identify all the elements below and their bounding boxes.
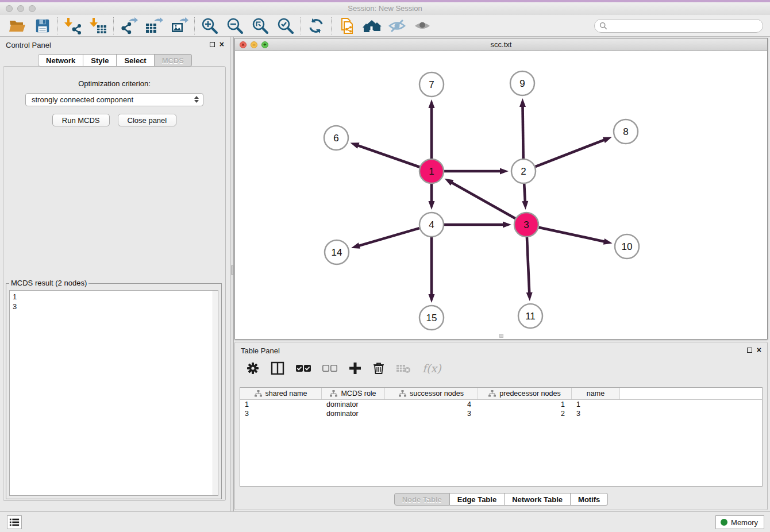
tab-style[interactable]: Style [83, 54, 117, 67]
refresh-layout-button[interactable] [303, 16, 329, 36]
delete-column-button[interactable] [373, 361, 384, 376]
table-cell[interactable]: 4 [385, 400, 478, 409]
tab-edge-table[interactable]: Edge Table [450, 493, 505, 506]
search-field[interactable] [594, 19, 763, 33]
deselect-all-button[interactable] [322, 361, 337, 376]
save-session-button[interactable] [30, 16, 55, 36]
graph-edge[interactable] [536, 137, 612, 167]
table-row[interactable]: 1dominator411 [240, 400, 762, 409]
titlebar[interactable]: Session: New Session [0, 2, 770, 15]
graph-edge[interactable] [444, 222, 511, 228]
result-scrollbar[interactable] [213, 291, 218, 495]
zoom-out-button[interactable] [222, 16, 248, 36]
export-network-button[interactable] [116, 16, 141, 36]
panel-splitter[interactable] [230, 37, 234, 511]
zoom-selected-button[interactable] [273, 16, 298, 36]
table-cell[interactable]: dominator [322, 409, 385, 418]
tab-select[interactable]: Select [117, 54, 154, 67]
graph-node[interactable]: 14 [325, 240, 349, 264]
tab-node-table[interactable]: Node Table [394, 493, 450, 506]
table-cell[interactable]: 1 [572, 400, 620, 409]
graph-edge[interactable] [351, 228, 419, 249]
hide-eye-button[interactable] [384, 16, 410, 36]
table-cell[interactable]: 3 [240, 409, 322, 418]
run-mcds-button[interactable]: Run MCDS [52, 114, 110, 126]
split-columns-button[interactable] [271, 361, 284, 376]
graph-node[interactable]: 9 [510, 71, 534, 95]
graph-node[interactable]: 1 [419, 159, 444, 183]
function-builder-button[interactable]: f(x) [422, 361, 441, 376]
zoom-fit-button[interactable] [248, 16, 273, 36]
graph-node[interactable]: 2 [511, 159, 536, 183]
add-column-button[interactable] [349, 361, 361, 376]
graph-edge[interactable] [429, 237, 435, 303]
network-window-titlebar[interactable]: × − + scc.txt [235, 38, 767, 51]
resize-handle[interactable] [499, 334, 503, 338]
list-icon [9, 518, 20, 527]
graph-node[interactable]: 3 [514, 213, 538, 237]
graph-node[interactable]: 11 [518, 304, 542, 328]
export-table-button[interactable] [141, 16, 167, 36]
table-cell[interactable]: 1 [240, 400, 322, 409]
graph-node[interactable]: 10 [615, 234, 639, 259]
float-panel-icon[interactable] [210, 42, 215, 47]
tab-mcds[interactable]: MCDS [155, 54, 192, 67]
graph-edge[interactable] [429, 99, 435, 159]
delete-table-button[interactable] [396, 361, 411, 376]
table-body: 1dominator4113dominator323 [240, 400, 762, 418]
tab-network[interactable]: Network [38, 54, 83, 67]
graph-node[interactable]: 15 [419, 306, 444, 330]
column-header[interactable]: MCDS role [322, 388, 385, 399]
graph-node[interactable]: 6 [324, 126, 348, 150]
arrowhead-icon [526, 292, 533, 301]
close-panel-button[interactable]: Close panel [118, 114, 177, 126]
table-cell[interactable]: 3 [572, 409, 620, 418]
graph-edge[interactable] [444, 168, 509, 175]
table-cell[interactable]: 3 [385, 409, 478, 418]
graph-edge[interactable] [522, 184, 528, 210]
zoom-in-button[interactable] [197, 16, 222, 36]
memory-button[interactable]: Memory [715, 515, 764, 529]
close-table-panel-icon[interactable]: × [757, 346, 761, 353]
import-network-button[interactable] [60, 16, 86, 36]
column-header[interactable]: name [572, 388, 620, 399]
node-table[interactable]: shared nameMCDS rolesuccessor nodesprede… [240, 387, 763, 487]
search-input[interactable] [610, 20, 763, 32]
network-graph[interactable]: 7968124314101511 [235, 51, 768, 340]
tab-motifs[interactable]: Motifs [571, 493, 608, 506]
graph-edge[interactable] [429, 184, 435, 210]
select-all-button[interactable] [296, 361, 311, 376]
copy-network-button[interactable] [334, 16, 359, 36]
graph-edge[interactable] [445, 179, 515, 218]
column-header[interactable]: successor nodes [385, 388, 478, 399]
table-row[interactable]: 3dominator323 [240, 409, 762, 418]
graph-node[interactable]: 7 [419, 72, 444, 97]
graph-node[interactable]: 4 [419, 213, 444, 237]
graph-edge[interactable] [526, 237, 533, 301]
graph-edge[interactable] [519, 98, 526, 159]
table-cell[interactable]: 1 [478, 400, 572, 409]
memory-label: Memory [731, 518, 758, 527]
open-session-button[interactable] [5, 16, 30, 36]
task-history-button[interactable] [7, 515, 22, 529]
arrowhead-icon [603, 137, 612, 143]
column-header[interactable]: shared name [240, 388, 322, 399]
home-button[interactable] [359, 16, 384, 36]
show-eye-button[interactable] [410, 16, 435, 36]
result-line: 1 [13, 292, 215, 302]
gear-button[interactable] [247, 361, 259, 376]
float-table-panel-icon[interactable] [747, 348, 752, 353]
graph-edge[interactable] [538, 228, 612, 245]
column-header[interactable]: predecessor nodes [478, 388, 572, 399]
table-cell[interactable]: 2 [478, 409, 572, 418]
graph-node[interactable]: 8 [614, 119, 638, 144]
graph-edge[interactable] [351, 142, 420, 167]
criterion-select[interactable]: strongly connected component [25, 93, 203, 106]
close-panel-icon[interactable]: × [220, 41, 224, 48]
import-table-button[interactable] [86, 16, 111, 36]
mcds-result-text[interactable]: 13 [9, 290, 218, 496]
tab-network-table[interactable]: Network Table [505, 493, 571, 506]
splitter-grip-icon [231, 265, 233, 275]
export-image-button[interactable] [167, 16, 192, 36]
table-cell[interactable]: dominator [322, 400, 385, 409]
